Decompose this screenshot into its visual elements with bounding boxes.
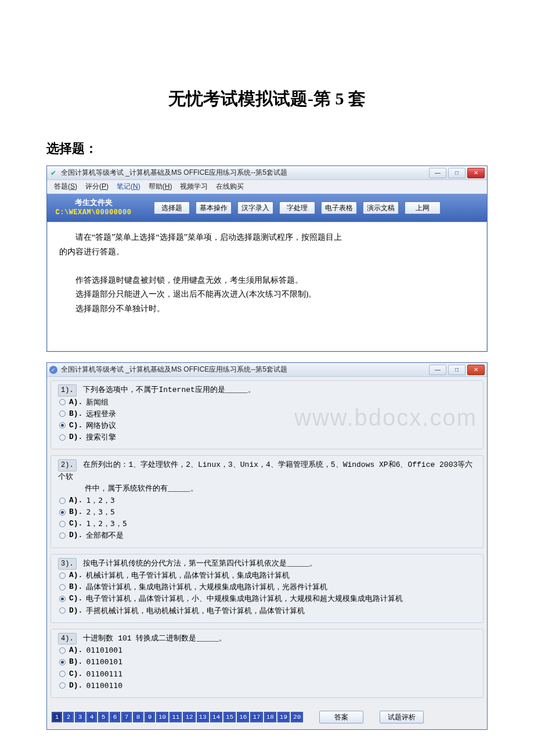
radio-icon[interactable] — [59, 671, 66, 677]
radio-icon[interactable] — [59, 596, 66, 602]
maximize-button[interactable]: □ — [448, 365, 466, 375]
radio-icon[interactable] — [59, 411, 66, 417]
option-row[interactable]: B). 晶体管计算机，集成电路计算机，大规模集成电路计算机，光器件计算机 — [58, 581, 476, 593]
option-row[interactable]: D). 手摇机械计算机，电动机械计算机，电子管计算机，晶体管计算机 — [58, 605, 476, 617]
option-label: C). — [69, 420, 82, 431]
page-button[interactable]: 9 — [145, 712, 155, 722]
minimize-button[interactable]: ― — [429, 365, 446, 375]
page-button[interactable]: 8 — [133, 712, 143, 722]
menu-item[interactable]: 答题(S) — [54, 182, 77, 192]
radio-icon[interactable] — [59, 532, 66, 539]
page-button[interactable]: 19 — [277, 712, 290, 722]
page-button[interactable]: 4 — [86, 712, 97, 722]
instruction-line: 请在“答题”菜单上选择“选择题”菜单项，启动选择题测试程序，按照题目上 — [59, 231, 475, 245]
page-button[interactable]: 15 — [223, 712, 236, 722]
radio-icon[interactable] — [59, 399, 66, 405]
page-button[interactable]: 3 — [75, 712, 85, 722]
radio-icon[interactable] — [59, 607, 66, 614]
radio-icon[interactable] — [59, 659, 66, 665]
radio-icon[interactable] — [59, 422, 66, 429]
option-text: 电子管计算机，晶体管计算机，小、中规模集成电路计算机，大规模和超大规模集成电路计… — [86, 593, 403, 604]
option-row[interactable]: B). 01100101 — [58, 656, 476, 668]
option-row[interactable]: C). 电子管计算机，晶体管计算机，小、中规模集成电路计算机，大规模和超大规模集… — [58, 593, 476, 604]
option-row[interactable]: D). 01100110 — [58, 680, 476, 692]
option-text: 搜索引擎 — [86, 431, 116, 443]
page-button[interactable]: 12 — [183, 712, 195, 722]
option-row[interactable]: D). 搜索引擎 — [58, 431, 476, 443]
question-number: 1). — [58, 384, 77, 397]
option-row[interactable]: A). 01101001 — [58, 645, 476, 656]
menu-item[interactable]: 在线购买 — [216, 182, 244, 192]
radio-icon[interactable] — [59, 584, 66, 591]
radio-icon[interactable] — [59, 647, 66, 654]
option-label: C). — [69, 518, 82, 530]
option-row[interactable]: A). 新闻组 — [58, 397, 476, 408]
window-title: 全国计算机等级考试 _计算机基础及MS OFFICE应用练习系统--第5套试题 — [61, 365, 429, 375]
question-block: 3). 按电子计算机传统的分代方法，第一代至第四代计算机依次是_____。A).… — [50, 554, 484, 623]
question-number: 2). — [58, 459, 77, 471]
option-row[interactable]: C). 网络协议 — [58, 420, 476, 431]
page-button[interactable]: 1 — [52, 712, 62, 722]
radio-icon[interactable] — [59, 498, 66, 504]
option-row[interactable]: B). 2，3，5 — [58, 506, 476, 518]
folder-label: 考生文件夹 — [50, 197, 136, 208]
page-button[interactable]: 5 — [98, 712, 109, 722]
menu-item[interactable]: 评分(P) — [85, 182, 109, 192]
page-button[interactable]: 20 — [291, 712, 303, 722]
radio-icon[interactable] — [59, 509, 66, 516]
section-tab[interactable]: 汉字录入 — [237, 201, 273, 214]
page-button[interactable]: 10 — [156, 712, 168, 722]
section-tab[interactable]: 选择题 — [154, 201, 190, 214]
option-text: 机械计算机，电子管计算机，晶体管计算机，集成电路计算机 — [86, 570, 290, 581]
toolbar: 考生文件夹 C:\WEXAM\00000000 选择题基本操作汉字录入字处理电子… — [47, 194, 487, 222]
page-button[interactable]: 18 — [264, 712, 276, 722]
menu-item[interactable]: 笔记(N) — [117, 182, 140, 192]
question-text-cont: 件中，属于系统软件的有_____。 — [58, 483, 476, 495]
menubar: 答题(S)评分(P)笔记(N)帮助(H)视频学习在线购买 — [47, 180, 487, 194]
page-button[interactable]: 17 — [250, 712, 262, 722]
window-title: 全国计算机等级考试 _计算机基础及MS OFFICE应用练习系统--第5套试题 — [61, 168, 429, 178]
option-row[interactable]: B). 远程登录 — [58, 408, 476, 420]
answers-button[interactable]: 答案 — [319, 711, 363, 723]
page-button[interactable]: 7 — [121, 712, 132, 722]
page-button[interactable]: 13 — [197, 712, 209, 722]
radio-icon[interactable] — [59, 434, 66, 441]
menu-item[interactable]: 帮助(H) — [149, 182, 172, 192]
instruction-line: 作答选择题时键盘被封锁，使用键盘无效，考生须用鼠标答题。 — [59, 273, 475, 288]
option-row[interactable]: A). 机械计算机，电子管计算机，晶体管计算机，集成电路计算机 — [58, 570, 476, 581]
option-text: 1，2，3，5 — [86, 518, 127, 530]
option-text: 1，2，3 — [86, 495, 114, 506]
page-button[interactable]: 6 — [110, 712, 120, 722]
section-tab[interactable]: 字处理 — [279, 201, 315, 214]
question-text: 下列各选项中，不属于Internet应用的是_____。 — [79, 386, 255, 394]
app-icon: ✓ — [49, 366, 57, 374]
section-tab[interactable]: 演示文稿 — [363, 201, 399, 214]
close-button[interactable]: ✕ — [467, 365, 485, 375]
page-button[interactable]: 16 — [237, 712, 249, 722]
maximize-button[interactable]: □ — [448, 168, 466, 178]
page-button[interactable]: 2 — [63, 712, 74, 722]
question-block: 2). 在所列出的：1、字处理软件，2、Linux，3、Unix，4、学籍管理系… — [50, 455, 484, 548]
exam-folder-box: 考生文件夹 C:\WEXAM\00000000 — [47, 196, 140, 219]
minimize-button[interactable]: ― — [429, 168, 446, 178]
menu-item[interactable]: 视频学习 — [180, 182, 208, 192]
page-button[interactable]: 11 — [169, 712, 182, 722]
questions-window: ✓ 全国计算机等级考试 _计算机基础及MS OFFICE应用练习系统--第5套试… — [46, 362, 488, 730]
page-button[interactable]: 14 — [210, 712, 222, 722]
question-text: 在所列出的：1、字处理软件，2、Linux，3、Unix，4、学籍管理系统，5、… — [58, 460, 472, 481]
radio-icon[interactable] — [59, 521, 66, 527]
option-row[interactable]: C). 01100111 — [58, 668, 476, 680]
option-text: 全部都不是 — [86, 530, 124, 541]
option-label: C). — [69, 668, 82, 680]
analysis-button[interactable]: 试题评析 — [380, 711, 424, 723]
option-row[interactable]: A). 1，2，3 — [58, 495, 476, 506]
section-tab[interactable]: 基本操作 — [196, 201, 232, 214]
section-tab[interactable]: 电子表格 — [321, 201, 357, 214]
close-button[interactable]: ✕ — [467, 168, 485, 178]
option-row[interactable]: D). 全部都不是 — [58, 530, 476, 541]
option-row[interactable]: C). 1，2，3，5 — [58, 518, 476, 530]
radio-icon[interactable] — [59, 682, 66, 689]
option-label: B). — [69, 408, 82, 420]
section-tab[interactable]: 上网 — [405, 201, 441, 214]
radio-icon[interactable] — [59, 573, 66, 579]
